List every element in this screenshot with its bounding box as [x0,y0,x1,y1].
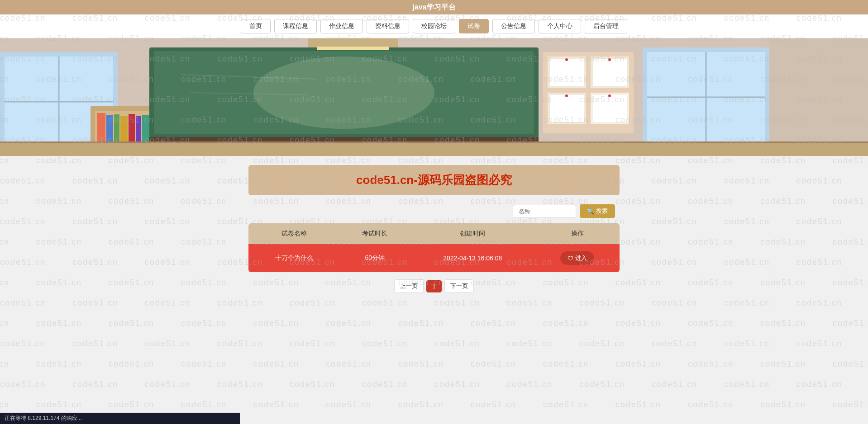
page-1-button[interactable]: 1 [426,280,441,292]
svg-rect-31 [593,95,627,122]
nav-homework[interactable]: 作业信息 [320,19,363,33]
search-bar: 🔍 搜索 [248,204,620,218]
table-header: 试卷名称 考试时长 创建时间 操作 [248,223,620,244]
col-created: 创建时间 [410,223,535,244]
svg-rect-29 [593,59,627,86]
status-text: 正在等待 8.129.11.174 的响应... [5,415,82,421]
table-row: 十万个为什么 60分钟 2022-04-13 16:06:08 🛡 进入 [248,244,620,272]
svg-point-17 [253,57,434,129]
nav-course[interactable]: 课程信息 [274,19,317,33]
svg-rect-41 [0,142,868,156]
svg-rect-28 [550,59,584,86]
prev-page-button[interactable]: 上一页 [394,279,424,293]
banner [0,38,868,156]
section-title: code51.cn-源码乐园盗图必究 [356,173,512,187]
col-action: 操作 [535,223,620,244]
section-header: code51.cn-源码乐园盗图必究 [248,165,620,195]
search-icon: 🔍 [587,208,594,215]
pagination: 上一页 1 下一页 [248,279,620,302]
site-header: java学习平台 [0,0,868,14]
col-name: 试卷名称 [248,223,339,244]
col-duration: 考试时长 [339,223,410,244]
cell-created: 2022-04-13 16:06:08 [410,244,535,272]
nav-home[interactable]: 首页 [241,19,271,33]
nav-admin[interactable]: 后台管理 [585,19,627,33]
svg-rect-40 [769,38,868,156]
classroom-illustration [0,38,868,156]
cell-duration: 60分钟 [339,244,410,272]
svg-point-34 [565,94,568,97]
enter-exam-button[interactable]: 🛡 进入 [560,251,594,265]
svg-rect-42 [0,141,868,143]
svg-rect-30 [550,95,584,122]
nav-forum[interactable]: 校园论坛 [413,19,455,33]
site-title: java学习平台 [412,3,455,12]
nav-notice[interactable]: 公告信息 [492,19,535,33]
nav-profile[interactable]: 个人中心 [539,19,581,33]
nav-material[interactable]: 资料信息 [367,19,409,33]
cell-action: 🛡 进入 [535,244,620,272]
nav-exam[interactable]: 试卷 [459,19,489,33]
search-input[interactable] [513,205,576,218]
main-content: code51.cn-源码乐园盗图必究 🔍 搜索 试卷名称 考试时长 创建时间 操… [248,156,620,311]
svg-point-35 [608,94,611,97]
status-bar: 正在等待 8.129.11.174 的响应... [0,413,240,424]
next-page-button[interactable]: 下一页 [444,279,474,293]
search-button[interactable]: 🔍 搜索 [580,204,615,218]
search-button-label: 搜索 [596,207,608,215]
table-body: 十万个为什么 60分钟 2022-04-13 16:06:08 🛡 进入 [248,244,620,272]
svg-point-33 [608,58,611,61]
exam-table: 试卷名称 考试时长 创建时间 操作 十万个为什么 60分钟 2022-04-13… [248,223,620,272]
main-nav: 首页 课程信息 作业信息 资料信息 校园论坛 试卷 公告信息 个人中心 后台管理 [0,14,868,38]
cell-name: 十万个为什么 [248,244,339,272]
svg-rect-21 [317,47,389,50]
shield-icon: 🛡 [568,255,573,262]
svg-rect-20 [308,38,398,47]
svg-point-32 [565,58,568,61]
